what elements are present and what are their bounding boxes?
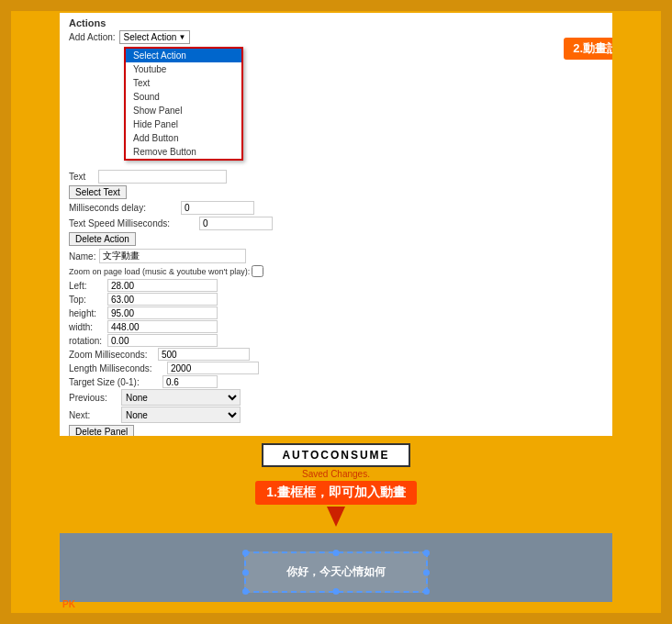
zoom-label: Zoom on page load (music & youtube won't… bbox=[69, 267, 250, 276]
length-ms-input[interactable] bbox=[167, 362, 259, 374]
saved-changes-text: Saved Changes. bbox=[60, 469, 612, 479]
height-input[interactable] bbox=[107, 306, 218, 319]
text-speed-ms-row: Text Speed Milliseconds: bbox=[69, 217, 603, 230]
target-size-label: Target Size (0-1): bbox=[69, 377, 161, 387]
dropdown-item-sound[interactable]: Sound bbox=[126, 90, 241, 104]
canvas-text: 你好，今天心情如何 bbox=[286, 564, 386, 580]
width-label: width: bbox=[69, 322, 106, 332]
down-arrow-icon bbox=[322, 507, 350, 529]
dropdown-item-hide-panel[interactable]: Hide Panel bbox=[126, 117, 241, 131]
autoconsume-row: AUTOCONSUME bbox=[60, 436, 612, 469]
text-label: Text bbox=[69, 172, 96, 182]
text-field-row: Text bbox=[69, 170, 603, 184]
left-row: Left: bbox=[69, 279, 603, 292]
annotation-1: 1.畫框框，即可加入動畫 bbox=[255, 481, 417, 505]
ms-delay-row: Milliseconds delay: bbox=[69, 201, 603, 215]
rotation-input[interactable] bbox=[107, 334, 218, 347]
length-ms-label: Length Milliseconds: bbox=[69, 363, 165, 373]
top-label: Top: bbox=[69, 295, 106, 305]
bottom-area: AUTOCONSUME Saved Changes. 1.畫框框，即可加入動畫 bbox=[60, 436, 612, 613]
actions-header: Actions bbox=[60, 13, 612, 30]
annotation-1-container: 1.畫框框，即可加入動畫 bbox=[60, 481, 612, 505]
name-label: Name: bbox=[69, 251, 95, 262]
add-action-label: Add Action: bbox=[69, 32, 116, 42]
select-text-button[interactable]: Select Text bbox=[69, 185, 127, 199]
left-label: Left: bbox=[69, 281, 106, 291]
actions-title: Actions bbox=[69, 17, 106, 28]
text-speed-ms-label: Text Speed Milliseconds: bbox=[69, 218, 197, 228]
dropdown-item-add-button[interactable]: Add Button bbox=[126, 131, 241, 145]
dropdown-arrow-icon: ▼ bbox=[178, 33, 185, 41]
canvas-area: 你好，今天心情如何 bbox=[60, 533, 612, 602]
next-row: Next: None bbox=[69, 407, 603, 423]
previous-select[interactable]: None bbox=[121, 389, 241, 406]
height-row: height: bbox=[69, 306, 603, 319]
zoom-ms-row: Zoom Milliseconds: bbox=[69, 348, 603, 361]
form-fields: Text Select Text Milliseconds delay: Tex… bbox=[60, 170, 612, 442]
width-input[interactable] bbox=[107, 320, 218, 333]
top-input[interactable] bbox=[107, 293, 218, 306]
add-action-section: Add Action: Select Action ▼ Select Actio… bbox=[60, 30, 612, 44]
frame-dot-tm bbox=[333, 550, 340, 556]
select-text-row: Select Text bbox=[69, 185, 603, 199]
svg-marker-0 bbox=[327, 507, 345, 527]
frame-dot-br bbox=[423, 588, 430, 595]
frame-dot-tr bbox=[423, 550, 430, 556]
dropdown-item-select-action[interactable]: Select Action bbox=[126, 49, 241, 62]
dropdown-item-youtube[interactable]: Youtube bbox=[126, 62, 241, 76]
next-label: Next: bbox=[69, 410, 119, 420]
select-action-button[interactable]: Select Action ▼ bbox=[119, 30, 191, 44]
action-dropdown: Select Action Youtube Text Sound Show Pa… bbox=[124, 47, 243, 161]
zoom-checkbox[interactable] bbox=[252, 265, 263, 277]
zoom-row: Zoom on page load (music & youtube won't… bbox=[69, 265, 603, 277]
frame-dot-bm bbox=[333, 588, 340, 595]
zoom-ms-input[interactable] bbox=[158, 348, 250, 361]
select-action-label: Select Action bbox=[124, 32, 177, 42]
zoom-ms-label: Zoom Milliseconds: bbox=[69, 350, 156, 360]
pk-watermark: PK bbox=[62, 599, 75, 609]
dropdown-item-text[interactable]: Text bbox=[126, 76, 241, 90]
add-action-row: Add Action: Select Action ▼ bbox=[69, 30, 603, 44]
frame-dot-lm bbox=[242, 569, 249, 575]
width-row: width: bbox=[69, 320, 603, 333]
previous-label: Previous: bbox=[69, 393, 119, 403]
top-row: Top: bbox=[69, 293, 603, 306]
rotation-row: rotation: bbox=[69, 334, 603, 347]
ms-delay-label: Milliseconds delay: bbox=[69, 203, 179, 213]
canvas-frame[interactable]: 你好，今天心情如何 bbox=[244, 552, 428, 593]
length-ms-row: Length Milliseconds: bbox=[69, 362, 603, 374]
next-select[interactable]: None bbox=[121, 407, 241, 423]
autoconsume-button[interactable]: AUTOCONSUME bbox=[262, 443, 409, 467]
target-size-input[interactable] bbox=[162, 375, 218, 388]
text-input[interactable] bbox=[98, 170, 227, 184]
rotation-label: rotation: bbox=[69, 336, 106, 346]
name-row: Name: bbox=[69, 249, 603, 263]
main-panel: Actions Add Action: Select Action ▼ Sele… bbox=[60, 13, 612, 445]
previous-row: Previous: None bbox=[69, 389, 603, 406]
delete-action-button[interactable]: Delete Action bbox=[69, 232, 136, 246]
frame-dot-tl bbox=[242, 550, 249, 556]
frame-dot-bl bbox=[242, 588, 249, 595]
left-input[interactable] bbox=[107, 279, 218, 292]
annotation-2: 2.動畫設定 bbox=[564, 38, 612, 60]
text-speed-ms-input[interactable] bbox=[199, 217, 273, 230]
target-size-row: Target Size (0-1): bbox=[69, 375, 603, 388]
name-input[interactable] bbox=[99, 249, 246, 263]
dropdown-item-remove-button[interactable]: Remove Button bbox=[126, 145, 241, 159]
dropdown-item-show-panel[interactable]: Show Panel bbox=[126, 104, 241, 117]
ms-delay-input[interactable] bbox=[181, 201, 254, 215]
frame-dot-rm bbox=[423, 569, 430, 575]
arrow-container bbox=[60, 507, 612, 529]
height-label: height: bbox=[69, 308, 106, 318]
